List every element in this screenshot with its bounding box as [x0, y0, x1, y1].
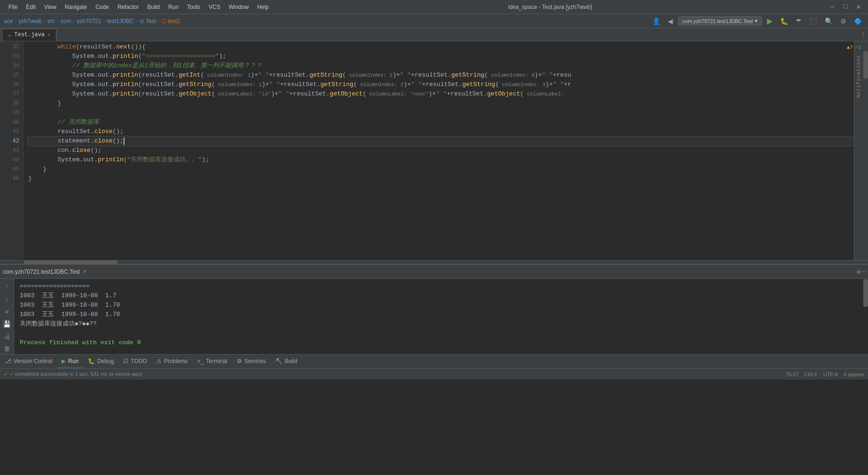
btab-debug[interactable]: 🐛 Debug — [83, 355, 118, 368]
code-editor[interactable]: while(resultSet.next()){ System.out.prin… — [23, 41, 854, 260]
bottom-panel: com.yzh70721.test1JDBC.Test ✕ ⚙ — ↑ ↓ ⇄ … — [0, 264, 868, 354]
status-line-col[interactable]: 75:27 — [786, 372, 799, 377]
search-icon[interactable]: 🔍 — [822, 16, 835, 26]
ide-icon[interactable]: 🔷 — [852, 16, 864, 26]
bottom-tabs-row: ⎇ Version Control ▶ Run 🐛 Debug ☑ TODO ⚠… — [0, 354, 868, 368]
gutter-line-37: 37 — [13, 89, 19, 99]
breadcrumb-ace[interactable]: ace — [4, 18, 13, 24]
minimize-button[interactable]: — — [828, 3, 837, 11]
menu-bar: File Edit View Navigate Code Refactor Bu… — [5, 2, 273, 12]
btab-build-label: Build — [285, 358, 297, 364]
code-line-15: } — [28, 174, 854, 183]
menu-window[interactable]: Window — [225, 2, 253, 12]
code-line-11: statement.close(); — [28, 136, 854, 146]
console-line-2: 1003 王五 1999-10-08 1.70 — [20, 301, 858, 310]
breadcrumb-com[interactable]: com — [61, 18, 71, 24]
breadcrumb-yzh70721[interactable]: yzh70721 — [77, 18, 101, 24]
profile-icon[interactable]: 👤 — [650, 16, 663, 26]
scroll-down-tool[interactable]: ↓ — [3, 294, 10, 304]
menu-edit[interactable]: Edit — [22, 2, 39, 12]
btab-build[interactable]: 🔨 Build — [271, 355, 302, 368]
menu-build[interactable]: Build — [143, 2, 164, 12]
code-line-12: con.close(); — [28, 146, 854, 155]
status-line-endings[interactable]: CRLF — [804, 372, 818, 377]
btab-run[interactable]: ▶ Run — [57, 355, 83, 368]
btab-version-control[interactable]: ⎇ Version Control — [0, 355, 57, 368]
scroll-up-tool[interactable]: ↑ — [3, 282, 10, 292]
panel-settings-icon[interactable]: ⚙ — [857, 268, 860, 276]
print-tool[interactable]: 🖨 — [2, 332, 12, 342]
btab-todo-label: TODO — [131, 358, 147, 364]
btab-terminal-label: Terminal — [206, 358, 227, 364]
menu-vcs[interactable]: VCS — [205, 2, 224, 12]
build-icon: 🔨 — [275, 358, 282, 364]
menu-tools[interactable]: Tools — [183, 2, 204, 12]
btab-version-control-label: Version Control — [14, 358, 52, 364]
console-output: =================== 1003 王五 1999-10-08 1… — [14, 279, 863, 354]
status-indent[interactable]: 4 spaces — [844, 372, 864, 377]
stop-button[interactable]: ⬛ — [807, 16, 820, 26]
menu-navigate[interactable]: Navigate — [61, 2, 91, 12]
notifications-sidebar: ▲7 ✓1 ∧ ∨ Notifications — [854, 41, 863, 260]
panel-minimize-icon[interactable]: — — [861, 268, 865, 275]
btab-terminal[interactable]: >_ Terminal — [193, 355, 232, 368]
menu-help[interactable]: Help — [253, 2, 273, 12]
bottom-panel-tabbar: com.yzh70721.test1JDBC.Test ✕ ⚙ — — [0, 265, 868, 279]
settings-icon[interactable]: ⚙ — [838, 16, 849, 26]
ok-count[interactable]: ✓1 — [855, 44, 861, 50]
gutter-line-36: 36 — [13, 80, 19, 89]
status-right-items: 75:27 CRLF UTF-8 4 spaces — [786, 372, 864, 377]
build-status-text: ✓ completed successfully in 1 sec, 531 m… — [9, 371, 142, 377]
wrap-tool[interactable]: ⇄ — [3, 306, 10, 317]
console-vscroll-thumb[interactable] — [863, 279, 868, 307]
gutter-line-41: 41 — [13, 127, 19, 136]
save-output-tool[interactable]: 💾 — [1, 319, 12, 330]
run-button[interactable]: ▶ — [765, 16, 775, 26]
btab-run-label: Run — [68, 358, 78, 364]
menu-file[interactable]: File — [5, 2, 21, 12]
version-control-icon: ⎇ — [5, 358, 11, 364]
coverage-button[interactable]: ☂ — [793, 16, 804, 26]
breadcrumb-test1jdbc[interactable]: test1JDBC — [107, 18, 133, 24]
breadcrumb-test[interactable]: ⊙ Test — [140, 18, 156, 24]
code-line-13: System.out.println("关闭数据库连接成功。。"); — [28, 155, 854, 165]
breadcrumb-yzh7wwb[interactable]: yzh7wwb — [18, 18, 41, 24]
gutter-line-35: 35 — [13, 71, 19, 80]
left-tools: ↑ ↓ ⇄ 💾 🖨 🗑 — [0, 279, 14, 354]
breadcrumb-src[interactable]: src — [47, 18, 55, 24]
window-controls: — □ ✕ — [828, 3, 863, 11]
btab-services[interactable]: ⚙ Services — [232, 355, 271, 368]
code-line-14: } — [28, 165, 854, 174]
breadcrumb-test1[interactable]: ⬡ test1 — [162, 18, 180, 24]
status-charset[interactable]: UTF-8 — [823, 372, 838, 377]
notifications-label: Notifications — [856, 55, 861, 98]
editor-hscrollbar[interactable] — [0, 260, 868, 264]
tab-label: Test.java — [14, 32, 45, 38]
editor-vscrollbar[interactable] — [863, 41, 868, 260]
problems-icon: ⚠ — [156, 358, 162, 364]
run-config-selector[interactable]: com.yzh70721.test1JDBC.Test ▾ — [678, 16, 762, 25]
nav-bar: ace › yzh7wwb › src › com › yzh70721 › t… — [0, 14, 868, 28]
debug-button[interactable]: 🐛 — [778, 16, 790, 26]
clear-tool[interactable]: 🗑 — [2, 344, 12, 354]
tab-test-java[interactable]: ☕ Test.java ✕ — [2, 29, 56, 41]
tab-bar: ☕ Test.java ✕ ⋮ — [0, 28, 868, 41]
menu-view[interactable]: View — [40, 2, 60, 12]
menu-refactor[interactable]: Refactor — [114, 2, 142, 12]
run-panel-title-label: com.yzh70721.test1JDBC.Test — [3, 269, 80, 275]
close-button[interactable]: ✕ — [854, 3, 863, 11]
editor-vscroll-thumb[interactable] — [863, 51, 868, 79]
java-file-icon: ☕ — [8, 32, 11, 39]
back-icon[interactable]: ◀ — [665, 16, 675, 26]
maximize-button[interactable]: □ — [841, 3, 850, 11]
menu-run[interactable]: Run — [164, 2, 182, 12]
tab-close-icon[interactable]: ✕ — [47, 32, 50, 38]
status-bar: ✓ ✓ completed successfully in 1 sec, 531… — [0, 368, 868, 380]
gutter-line-34: 34 — [13, 61, 19, 71]
btab-todo[interactable]: ☑ TODO — [118, 355, 151, 368]
tab-more-button[interactable]: ⋮ — [860, 31, 866, 39]
menu-code[interactable]: Code — [92, 2, 113, 12]
right-tools: 👤 ◀ com.yzh70721.test1JDBC.Test ▾ ▶ 🐛 ☂ … — [650, 16, 864, 26]
run-panel-close-btn[interactable]: ✕ — [83, 269, 86, 274]
btab-problems[interactable]: ⚠ Problems — [152, 355, 193, 368]
